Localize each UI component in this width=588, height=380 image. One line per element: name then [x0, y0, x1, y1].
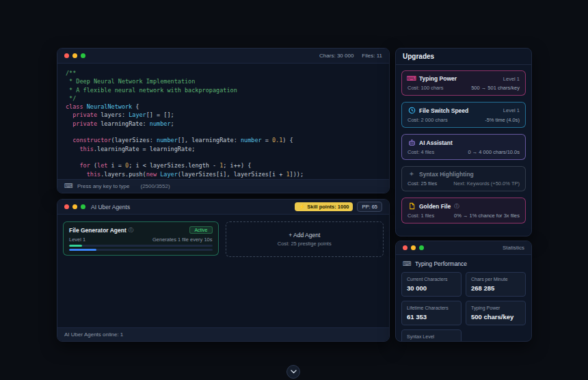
typing-hint: Press any key to type — [77, 183, 129, 189]
agent-level: Level 1 — [69, 236, 85, 243]
code-line: private layers: Layer[] = []; — [66, 111, 381, 119]
upgrade-card-ai-assistant[interactable]: AI Assistant Cost: 4 files 0 → 4 000 cha… — [401, 134, 526, 160]
agents-window: AI Uber Agents ⚡ Skill points: 1000 PP: … — [57, 199, 390, 342]
statistics-body: ⌨ Typing Performance Current Characters … — [396, 255, 531, 341]
code-line — [66, 153, 381, 161]
code-line: private learningRate: number; — [66, 120, 381, 128]
window-controls — [64, 204, 85, 209]
zoom-button[interactable] — [81, 53, 85, 58]
lightning-icon: ⚡ — [299, 204, 305, 210]
code-line: this.layers.push(new Layer(layerSizes[i]… — [66, 170, 381, 178]
zoom-button[interactable] — [419, 245, 424, 250]
window-controls — [64, 53, 85, 58]
agents-statusbar: AI Uber Agents online: 1 — [57, 327, 389, 341]
agents-titlebar: AI Uber Agents ⚡ Skill points: 1000 PP: … — [57, 200, 389, 215]
code-line: * A flexible neural network with backpro… — [66, 86, 381, 94]
add-agent-label: + Add Agent — [289, 232, 320, 239]
statistics-window: Statistics ⌨ Typing Performance Current … — [395, 241, 532, 342]
upgrade-list: ⌨ Typing Power Level 1 Cost: 100 chars 5… — [396, 65, 531, 236]
agent-status-badge: Active — [189, 226, 212, 234]
stat-card: Lifetime Characters 61 353 — [401, 301, 462, 325]
chevron-down-icon — [291, 370, 297, 374]
keyboard-icon: ⌨ — [407, 75, 416, 82]
agent-name: File Generator Agent — [69, 227, 126, 234]
agent-xp-fill — [69, 245, 82, 247]
robot-icon — [407, 139, 416, 146]
stat-card: Current Characters 30 000 — [401, 272, 462, 297]
typing-performance-header: ⌨ Typing Performance — [396, 260, 531, 272]
file-progress: (2500/3552) — [140, 183, 170, 189]
agent-progress-bar — [69, 249, 213, 251]
code-line: for (let i = 0; i < layerSizes.length - … — [66, 161, 381, 169]
typing-performance-title: Typing Performance — [415, 260, 467, 267]
minimize-button[interactable] — [72, 204, 77, 209]
chars-counter: Chars: 30 000 — [319, 53, 353, 59]
app: Chars: 30 000 Files: 11 /** * Deep Neura… — [0, 0, 588, 380]
skill-points-label: Skill points: 1000 — [307, 204, 349, 210]
statistics-grid: Current Characters 30 000 Chars per Minu… — [396, 272, 531, 341]
close-button[interactable] — [64, 53, 69, 58]
code-line — [66, 128, 381, 136]
add-agent-button[interactable]: + Add Agent Cost: 25 prestige points — [226, 221, 384, 257]
minimize-button[interactable] — [72, 53, 77, 58]
scroll-down-button[interactable] — [286, 365, 300, 379]
close-button[interactable] — [64, 204, 69, 209]
statistics-window-title: Statistics — [503, 245, 524, 251]
close-button[interactable] — [403, 245, 407, 250]
editor-titlebar: Chars: 30 000 Files: 11 — [57, 49, 389, 64]
upgrades-title: Upgrades — [396, 49, 531, 65]
keyboard-icon: ⌨ — [403, 261, 412, 267]
editor-counters: Chars: 30 000 Files: 11 — [319, 53, 382, 59]
sparkles-icon: ✦ — [407, 171, 416, 178]
files-counter: Files: 11 — [362, 53, 382, 59]
code-area[interactable]: /** * Deep Neural Network Implementation… — [57, 64, 389, 179]
agents-window-title: AI Uber Agents — [91, 204, 130, 211]
prestige-points-badge: PP: 65 — [357, 202, 382, 212]
code-line: this.learningRate = learningRate; — [66, 145, 381, 153]
stat-card: Typing Power 500 chars/key — [466, 301, 526, 325]
code-line: * Deep Neural Network Implementation — [66, 77, 381, 85]
minimize-button[interactable] — [411, 245, 416, 250]
code-line: constructor(layerSizes: number[], learni… — [66, 136, 381, 144]
agent-card-file-generator[interactable]: File Generator Agent ⓘ Active Level 1 Ge… — [63, 221, 219, 256]
upgrade-card-golden-file[interactable]: Golden File ⓘ Cost: 1 files 0% → 1% chan… — [401, 198, 526, 223]
code-line: */ — [66, 94, 381, 103]
upgrade-card-syntax-highlighting[interactable]: ✦ Syntax Highlighting Cost: 25 files Nex… — [401, 166, 526, 191]
upgrades-panel: Upgrades ⌨ Typing Power Level 1 Cost: 10… — [395, 48, 532, 236]
stat-card: Chars per Minute 268 285 — [466, 272, 526, 297]
agents-body: File Generator Agent ⓘ Active Level 1 Ge… — [57, 215, 389, 327]
code-line: /** — [66, 69, 381, 77]
add-agent-cost: Cost: 25 prestige points — [278, 241, 332, 247]
agents-online-status: AI Uber Agents online: 1 — [64, 331, 123, 338]
code-line: class NeuralNetwork { — [66, 103, 381, 111]
skill-points-badge: ⚡ Skill points: 1000 — [295, 202, 353, 211]
info-icon[interactable]: ⓘ — [129, 227, 134, 234]
clock-icon — [407, 107, 416, 114]
keyboard-icon: ⌨ — [64, 183, 73, 189]
upgrade-card-file-switch-speed[interactable]: File Switch Speed Level 1 Cost: 2 000 ch… — [401, 102, 526, 128]
editor-window: Chars: 30 000 Files: 11 /** * Deep Neura… — [57, 48, 390, 193]
editor-statusbar: ⌨ Press any key to type (2500/3552) — [57, 179, 389, 193]
agent-progress-fill — [69, 249, 96, 251]
file-icon — [407, 202, 416, 210]
statistics-titlebar: Statistics — [396, 241, 531, 255]
zoom-button[interactable] — [81, 204, 85, 209]
agent-xp-bar — [69, 245, 213, 247]
window-controls — [403, 245, 424, 250]
agent-rate: Generates 1 file every 10s — [152, 236, 213, 243]
stat-card: Syntax Level — [401, 329, 462, 341]
upgrade-card-typing-power[interactable]: ⌨ Typing Power Level 1 Cost: 100 chars 5… — [401, 70, 526, 96]
